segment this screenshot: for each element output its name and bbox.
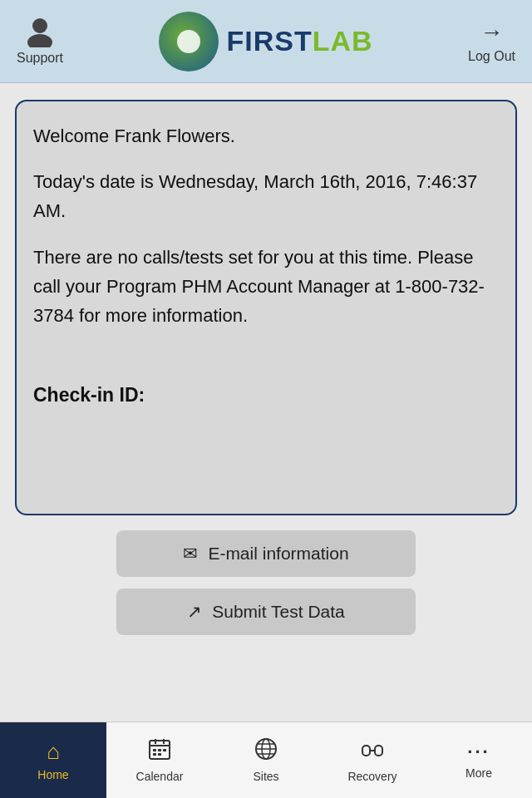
svg-rect-17: [375, 746, 382, 756]
support-button[interactable]: Support: [17, 17, 63, 66]
recovery-icon: [361, 737, 384, 766]
more-label: More: [466, 766, 492, 780]
home-icon: ⌂: [47, 739, 60, 765]
calendar-label: Calendar: [136, 770, 184, 783]
logo-first: FIRST: [227, 25, 313, 57]
submit-test-data-button[interactable]: ↗ Submit Test Data: [116, 589, 416, 635]
email-information-button[interactable]: ✉ E-mail information: [116, 530, 416, 577]
home-label: Home: [37, 768, 68, 781]
notice-text: There are no calls/tests set for you at …: [33, 243, 499, 331]
app-header: Support FIRSTLAB → Log Out: [0, 0, 532, 83]
svg-rect-6: [153, 749, 156, 751]
nav-item-home[interactable]: ⌂ Home: [0, 722, 106, 798]
main-content: Welcome Frank Flowers. Today's date is W…: [0, 83, 532, 722]
submit-icon: ↗: [187, 602, 202, 622]
action-buttons: ✉ E-mail information ↗ Submit Test Data: [15, 530, 517, 643]
logo-circle: [159, 12, 219, 71]
nav-item-calendar[interactable]: Calendar: [106, 722, 213, 798]
person-icon: [27, 17, 53, 47]
svg-rect-9: [153, 753, 156, 756]
sites-label: Sites: [253, 770, 278, 783]
svg-rect-7: [158, 749, 161, 751]
date-text: Today's date is Wednesday, March 16th, 2…: [33, 167, 499, 225]
logout-label: Log Out: [468, 49, 515, 64]
svg-point-1: [27, 34, 52, 47]
logo-lab: LAB: [313, 25, 373, 57]
app-logo: FIRSTLAB: [159, 12, 373, 71]
logout-icon: →: [480, 19, 504, 46]
logout-button[interactable]: → Log Out: [468, 19, 515, 64]
logo-text: FIRSTLAB: [227, 25, 373, 57]
svg-rect-10: [158, 753, 161, 756]
welcome-card: Welcome Frank Flowers. Today's date is W…: [15, 100, 517, 515]
nav-item-sites[interactable]: Sites: [213, 722, 319, 798]
calendar-icon: [148, 737, 171, 766]
email-button-label: E-mail information: [208, 544, 348, 564]
welcome-text: Welcome Frank Flowers. Today's date is W…: [33, 121, 499, 411]
nav-item-recovery[interactable]: Recovery: [319, 722, 426, 798]
recovery-label: Recovery: [347, 770, 397, 783]
checkin-label: Check-in ID:: [33, 380, 499, 411]
email-icon: ✉: [183, 544, 198, 564]
greeting-text: Welcome Frank Flowers.: [33, 121, 499, 150]
bottom-nav: ⌂ Home Calendar: [0, 722, 532, 798]
svg-rect-16: [362, 746, 370, 756]
support-label: Support: [17, 51, 63, 66]
more-icon: ···: [467, 741, 490, 763]
svg-rect-8: [163, 749, 166, 751]
nav-item-more[interactable]: ··· More: [426, 722, 532, 798]
svg-point-0: [32, 18, 47, 33]
sites-icon: [254, 737, 278, 766]
submit-button-label: Submit Test Data: [212, 602, 345, 622]
